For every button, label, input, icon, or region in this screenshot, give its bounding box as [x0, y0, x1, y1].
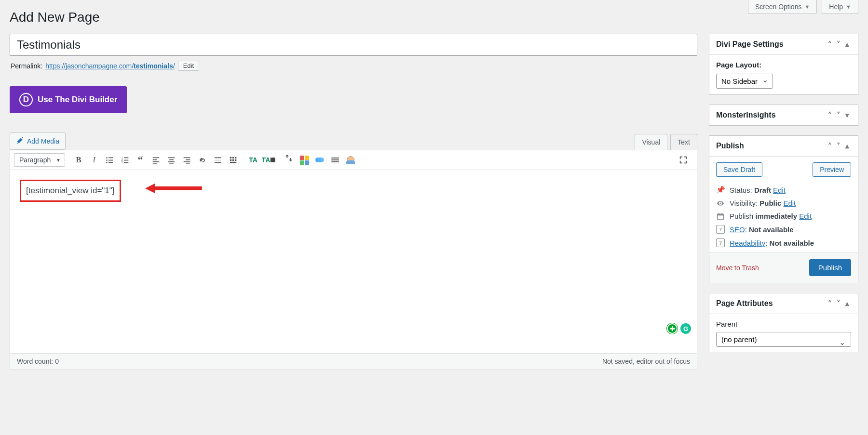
svg-rect-19 [169, 163, 174, 164]
lines-button[interactable] [328, 153, 342, 167]
panel-up-icon[interactable]: ˄ [826, 299, 834, 308]
edit-permalink-button[interactable]: Edit [178, 61, 199, 71]
align-left-button[interactable] [149, 153, 163, 167]
divi-logo-icon: D [19, 93, 33, 106]
panel-toggle-icon[interactable]: ▴ [843, 40, 851, 49]
panel-down-icon[interactable]: ˅ [835, 299, 842, 308]
svg-rect-15 [152, 163, 157, 164]
svg-rect-26 [214, 162, 221, 163]
avatar-button[interactable] [344, 153, 357, 167]
format-select[interactable]: Paragraph [14, 153, 65, 167]
svg-rect-33 [230, 161, 236, 163]
svg-rect-9 [123, 159, 128, 160]
seo-link[interactable]: SEO [730, 225, 745, 234]
divi-button-label: Use The Divi Builder [38, 95, 117, 105]
toolbar-toggle-button[interactable] [226, 153, 240, 167]
svg-point-0 [106, 157, 108, 158]
bold-button[interactable]: B [72, 153, 85, 167]
svg-rect-22 [183, 161, 190, 162]
align-center-button[interactable] [164, 153, 178, 167]
toggle-expand-button[interactable] [282, 151, 296, 165]
editor-content-area[interactable]: [testimonial_view id="1"] ✚ G [10, 170, 697, 353]
bullet-list-button[interactable] [103, 153, 116, 167]
panel-down-icon[interactable]: ˅ [835, 142, 842, 150]
svg-rect-14 [152, 161, 159, 162]
add-media-label: Add Media [27, 137, 59, 145]
permalink-url[interactable]: https://jasonchampagne.com/testimonials/ [45, 62, 175, 70]
panel-up-icon[interactable]: ˄ [826, 142, 834, 150]
post-title-input[interactable] [10, 34, 697, 56]
link-button[interactable] [195, 153, 209, 167]
edit-status-link[interactable]: Edit [773, 186, 786, 194]
svg-rect-24 [214, 157, 221, 158]
svg-marker-35 [145, 184, 155, 193]
svg-rect-17 [169, 159, 174, 160]
ta-sub-button[interactable]: TA⬛ [262, 153, 275, 167]
svg-rect-39 [721, 212, 722, 214]
text-tab[interactable]: Text [670, 134, 697, 150]
panel-toggle-icon[interactable]: ▴ [843, 299, 851, 308]
preview-button[interactable]: Preview [813, 162, 851, 177]
page-layout-select[interactable]: No Sidebar [716, 74, 773, 89]
page-title: Add New Page [10, 10, 868, 25]
readability-row: Y Readability: Not available [716, 238, 851, 247]
svg-text:3: 3 [121, 161, 122, 164]
eye-icon [716, 199, 725, 207]
svg-rect-31 [232, 159, 233, 160]
panel-up-icon[interactable]: ˄ [826, 40, 834, 49]
svg-rect-11 [123, 162, 128, 163]
page-attributes-panel: Page Attributes ˄ ˅ ▴ Parent (no parent) [709, 293, 858, 353]
svg-rect-37 [718, 214, 724, 215]
parent-label: Parent [716, 320, 851, 328]
screen-options-tab[interactable]: Screen Options ▼ [748, 0, 817, 14]
color-blocks-button[interactable] [298, 153, 311, 167]
svg-rect-20 [183, 157, 190, 158]
fullscreen-button[interactable] [677, 153, 690, 167]
svg-rect-27 [230, 157, 231, 158]
svg-rect-28 [232, 157, 233, 158]
help-tab[interactable]: Help ▼ [822, 0, 858, 14]
panel-title: Divi Page Settings [716, 40, 784, 49]
pill-button[interactable] [313, 153, 326, 167]
calendar-icon [716, 212, 725, 220]
panel-toggle-icon[interactable]: ▴ [843, 142, 851, 150]
panel-down-icon[interactable]: ˅ [835, 40, 842, 49]
svg-rect-18 [168, 161, 175, 162]
pin-icon: 📌 [716, 185, 725, 194]
svg-rect-7 [123, 157, 128, 158]
align-right-button[interactable] [180, 153, 193, 167]
add-media-button[interactable]: Add Media [10, 132, 66, 150]
save-draft-button[interactable]: Save Draft [716, 162, 762, 177]
screen-options-label: Screen Options [755, 3, 802, 11]
visual-tab[interactable]: Visual [635, 134, 667, 150]
panel-toggle-icon[interactable]: ▾ [843, 111, 851, 119]
svg-rect-38 [719, 212, 719, 214]
panel-up-icon[interactable]: ˄ [826, 111, 834, 119]
svg-rect-13 [152, 159, 157, 160]
svg-rect-29 [234, 157, 236, 158]
svg-rect-32 [234, 159, 236, 160]
editor-toolbar: Paragraph B I 123 “ [10, 150, 697, 170]
svg-point-4 [106, 162, 108, 163]
yoast-good-icon[interactable]: ✚ [667, 323, 678, 334]
panel-down-icon[interactable]: ˅ [835, 111, 842, 119]
word-count: Word count: 0 [17, 357, 59, 365]
number-list-button[interactable]: 123 [118, 153, 132, 167]
move-to-trash-link[interactable]: Move to Trash [716, 264, 759, 272]
grammarly-icon[interactable]: G [680, 323, 691, 334]
use-divi-builder-button[interactable]: D Use The Divi Builder [10, 86, 127, 113]
publish-panel: Publish ˄ ˅ ▴ Save Draft Preview 📌 Statu… [709, 135, 858, 283]
parent-select[interactable]: (no parent) [716, 332, 851, 347]
status-row: 📌 Status: Draft Edit [716, 185, 851, 194]
publish-button[interactable]: Publish [809, 259, 851, 276]
italic-button[interactable]: I [87, 153, 101, 167]
ta-button[interactable]: TA [246, 153, 260, 167]
read-more-button[interactable] [211, 153, 224, 167]
arrow-annotation-icon [145, 183, 203, 194]
yoast-icon: Y [716, 238, 725, 247]
caret-down-icon: ▼ [846, 4, 851, 10]
edit-publish-time-link[interactable]: Edit [799, 212, 812, 220]
blockquote-button[interactable]: “ [134, 153, 147, 167]
readability-link[interactable]: Readability [730, 239, 765, 247]
edit-visibility-link[interactable]: Edit [783, 199, 796, 207]
